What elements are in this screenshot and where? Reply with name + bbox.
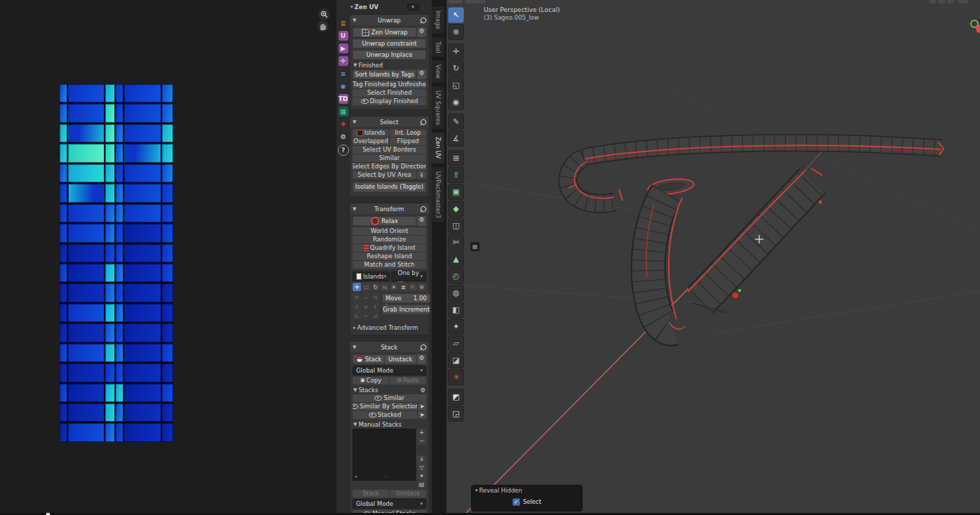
shading-icon-4[interactable] bbox=[958, 0, 968, 4]
select-int-loop-button[interactable]: Int. Loop bbox=[390, 129, 426, 137]
scale-mode-icon[interactable]: ✳ bbox=[390, 283, 398, 291]
clipboard-button[interactable]: ▤ bbox=[417, 481, 426, 488]
texel-density-category-icon[interactable]: TD bbox=[339, 94, 348, 104]
pin-icon[interactable] bbox=[419, 205, 427, 213]
similar-by-selection-row[interactable]: Similar By Selection bbox=[353, 403, 417, 410]
flip-mode-icon[interactable]: ⇆ bbox=[381, 283, 389, 291]
pivot-cell-8[interactable]: ◿ bbox=[371, 311, 379, 319]
transform-category-icon[interactable]: ✛ bbox=[339, 56, 348, 66]
move-mode-icon[interactable]: ✛ bbox=[353, 283, 361, 291]
manual-stacks-subheader[interactable]: ▼ Manual Stacks bbox=[350, 420, 429, 429]
uv-face-cell[interactable] bbox=[124, 323, 161, 342]
uv-face-cell[interactable] bbox=[68, 304, 104, 322]
similar-stack-row[interactable]: Similar bbox=[353, 394, 426, 402]
unwrap-section-header[interactable]: ▼ Unwrap bbox=[350, 15, 429, 25]
uv-face-cell[interactable] bbox=[68, 384, 104, 402]
uv-face-cell[interactable] bbox=[105, 204, 115, 222]
zen-menu-icon[interactable]: ≣ bbox=[339, 18, 348, 28]
uv-face-cell[interactable] bbox=[124, 224, 161, 242]
pivot-cell-0[interactable]: ◸ bbox=[353, 293, 361, 301]
uv-face-cell[interactable] bbox=[124, 363, 161, 382]
uv-face-cell[interactable] bbox=[105, 423, 115, 441]
uv-face-cell[interactable] bbox=[68, 204, 104, 222]
uv-face-cell[interactable] bbox=[162, 323, 173, 342]
uv-face-cell[interactable] bbox=[60, 363, 67, 382]
uv-face-cell[interactable] bbox=[60, 283, 67, 302]
uv-face-cell[interactable] bbox=[116, 323, 123, 342]
add-cube-tool[interactable]: ⊞ bbox=[448, 150, 464, 166]
similar-by-selection-picker-button[interactable]: ➤ bbox=[418, 403, 426, 410]
checker-category-icon[interactable]: ▦ bbox=[339, 107, 348, 116]
uv-face-cell[interactable] bbox=[124, 384, 161, 402]
paste-button[interactable]: ▤ Paste bbox=[390, 377, 426, 384]
uv-face-cell[interactable] bbox=[60, 84, 67, 102]
uv-face-cell[interactable] bbox=[60, 264, 67, 282]
uv-face-cell[interactable] bbox=[68, 403, 104, 422]
extrude-region-tool[interactable]: ⇧ bbox=[448, 167, 464, 183]
uv-face-cell[interactable] bbox=[162, 344, 173, 362]
uv-face-cell[interactable] bbox=[105, 403, 115, 422]
reshape-island-button[interactable]: Reshape Island bbox=[353, 253, 426, 260]
uv-face-cell[interactable] bbox=[68, 283, 104, 302]
select-flipped-button[interactable]: Flipped bbox=[390, 138, 426, 145]
smooth-tool[interactable]: ◍ bbox=[448, 285, 464, 301]
uv-face-cell[interactable] bbox=[162, 224, 173, 242]
panel-grip-icon[interactable]: ⋮⋮ bbox=[421, 4, 430, 10]
uv-face-cell[interactable] bbox=[60, 104, 67, 122]
shading-icon-3[interactable] bbox=[947, 0, 954, 4]
unwrap-category-icon[interactable]: U bbox=[339, 31, 348, 41]
uv-face-cell[interactable] bbox=[124, 184, 161, 202]
knife-tool[interactable]: ✄ bbox=[448, 234, 464, 250]
stack-settings-button[interactable]: ⚙ bbox=[416, 354, 426, 364]
uv-face-cell[interactable] bbox=[105, 124, 115, 142]
sort-islands-by-tags-button[interactable]: Sort Islands by Tags bbox=[353, 69, 416, 79]
islands-mode-dropdown[interactable]: Islands ▾ bbox=[353, 272, 390, 281]
uv-face-cell[interactable] bbox=[116, 384, 123, 402]
uv-face-cell[interactable] bbox=[162, 164, 173, 182]
move-down-button[interactable]: ⇓ bbox=[417, 455, 426, 463]
operator-panel-header[interactable]: ▾ Reveal Hidden bbox=[472, 486, 582, 495]
pin-icon[interactable] bbox=[419, 16, 427, 24]
select-by-uv-area-button[interactable]: Select by UV Area bbox=[353, 171, 416, 179]
uv-face-cell[interactable] bbox=[60, 144, 67, 162]
uv-face-cell[interactable] bbox=[162, 384, 173, 402]
uv-face-cell[interactable] bbox=[116, 144, 123, 162]
randomize-button[interactable]: Randomize bbox=[353, 236, 426, 243]
panel-mode-dropdown[interactable]: ▾ bbox=[407, 4, 418, 11]
uv-face-cell[interactable] bbox=[68, 144, 104, 162]
pivot-cell-2[interactable]: ◹ bbox=[371, 293, 379, 301]
uv-face-cell[interactable] bbox=[124, 144, 161, 162]
isolate-islands-button[interactable]: Isolate Islands (Toggle) bbox=[353, 182, 426, 192]
uv-face-cell[interactable] bbox=[105, 224, 115, 242]
one-by-dropdown[interactable]: ∶∶ One by ... ▾ bbox=[391, 272, 426, 281]
zoom-gizmo-button[interactable] bbox=[318, 8, 331, 21]
move-tool[interactable]: ✛ bbox=[448, 44, 464, 60]
rotate-tool[interactable]: ↻ bbox=[448, 60, 464, 76]
world-mode-icon[interactable]: ❊ bbox=[418, 283, 426, 291]
tab-zen-uv[interactable]: Zen UV bbox=[432, 132, 445, 163]
uv-face-cell[interactable] bbox=[68, 84, 104, 102]
match-and-stitch-button[interactable]: Match and Stitch bbox=[353, 261, 426, 269]
select-checkbox[interactable]: ✓ bbox=[512, 498, 520, 506]
uv-face-cell[interactable] bbox=[105, 264, 115, 282]
tab-uvpackmaster3[interactable]: UVPackmaster3 bbox=[432, 166, 445, 223]
uv-face-cell[interactable] bbox=[68, 104, 104, 122]
uv-face-cell[interactable] bbox=[60, 184, 67, 202]
unwrap-inplace-button[interactable]: Unwrap Inplace bbox=[353, 50, 426, 60]
rip-region-tool[interactable]: ◪ bbox=[448, 352, 464, 368]
shading-icon-1[interactable] bbox=[929, 0, 936, 4]
shading-icon-2[interactable] bbox=[938, 0, 945, 4]
help-icon[interactable]: ? bbox=[338, 145, 349, 156]
preferences-gear-icon[interactable]: ⚙ bbox=[339, 132, 348, 142]
zen-unwrap-button[interactable]: Zen Unwrap bbox=[353, 27, 416, 37]
select-category-icon[interactable]: ▶ bbox=[339, 44, 348, 53]
unstack-button[interactable]: Unstack bbox=[385, 354, 416, 364]
rotate-mode-icon[interactable]: ↻ bbox=[372, 283, 380, 291]
scale-tool[interactable]: ◱ bbox=[448, 77, 464, 93]
uv-face-cell[interactable] bbox=[116, 184, 123, 202]
uv-face-cell[interactable] bbox=[60, 344, 67, 362]
pivot-cell-4[interactable]: ▫ bbox=[362, 302, 370, 310]
uv-face-cell[interactable] bbox=[116, 104, 123, 122]
uv-face-cell[interactable] bbox=[162, 304, 173, 322]
uv-face-cell[interactable] bbox=[60, 204, 67, 222]
